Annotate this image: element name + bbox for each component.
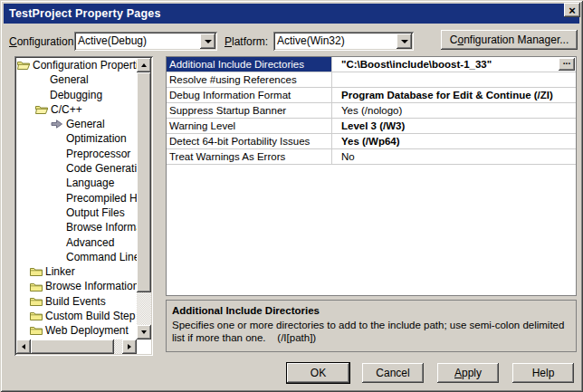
platform-value: Active(Win32)	[277, 34, 345, 47]
titlebar[interactable]: TestProject Property Pages	[4, 4, 579, 24]
tree-item-preprocessor[interactable]: Preprocessor	[16, 147, 137, 161]
tree-item-command-line[interactable]: Command Line	[16, 250, 137, 264]
property-label[interactable]: Treat Warnings As Errors	[167, 149, 332, 164]
property-pages-dialog: TestProject Property Pages × Configurati…	[0, 0, 583, 392]
property-label[interactable]: Suppress Startup Banner	[167, 103, 332, 118]
arrow-right-icon	[128, 344, 134, 349]
category-tree: Configuration Properties General Debuggi…	[14, 56, 153, 356]
configuration-combobox[interactable]: Active(Debug)	[74, 32, 217, 51]
tree-item-language[interactable]: Language	[16, 176, 137, 190]
property-value[interactable]: No	[332, 149, 576, 164]
arrow-up-icon	[141, 61, 147, 67]
folder-closed-icon	[30, 296, 43, 307]
selected-arrow-icon	[51, 119, 63, 129]
scroll-left-button[interactable]	[16, 339, 31, 354]
platform-label: Platform:	[225, 33, 268, 51]
apply-label: Apply	[454, 367, 482, 379]
tree-item-precompiled-headers[interactable]: Precompiled Headers	[16, 191, 137, 206]
tree-item-configuration-properties[interactable]: Configuration Properties	[16, 58, 137, 72]
tree-item-optimization[interactable]: Optimization	[16, 131, 137, 146]
configuration-dropdown-button[interactable]	[200, 33, 215, 49]
property-row-additional-include-directories: Additional Include Directories "C:\Boost…	[167, 57, 576, 72]
help-button[interactable]: Help	[512, 363, 574, 383]
property-row-suppress-startup-banner: Suppress Startup Banner Yes (/nologo)	[167, 103, 576, 119]
close-button[interactable]: ×	[564, 3, 580, 17]
property-label[interactable]: Debug Information Format	[167, 88, 332, 102]
chevron-down-icon	[401, 40, 408, 47]
tree-item-web-deployment[interactable]: Web Deployment	[16, 323, 137, 338]
property-grid: Additional Include Directories "C:\Boost…	[166, 56, 577, 296]
arrow-down-icon	[141, 330, 147, 337]
property-row-treat-warnings-as-errors: Treat Warnings As Errors No	[167, 149, 576, 165]
tree-item-linker[interactable]: Linker	[16, 264, 137, 279]
tree-item-code-generation[interactable]: Code Generation	[16, 161, 137, 176]
property-row-debug-information-format: Debug Information Format Program Databas…	[167, 88, 576, 103]
property-label[interactable]: Detect 64-bit Portability Issues	[167, 134, 332, 148]
configuration-manager-button[interactable]: Configuration Manager...	[441, 30, 578, 50]
folder-closed-icon	[30, 311, 43, 321]
property-value[interactable]: Yes (/Wp64)	[332, 134, 576, 148]
description-title: Additional Include Directories	[172, 304, 570, 317]
configuration-value: Active(Debug)	[78, 34, 147, 47]
horizontal-scroll-track[interactable]	[114, 339, 122, 354]
tree-item-custom-build-step[interactable]: Custom Build Step	[16, 309, 137, 323]
tree-horizontal-scrollbar[interactable]	[16, 339, 137, 354]
horizontal-scroll-thumb[interactable]	[31, 339, 114, 354]
tree-item-browse-information-folder[interactable]: Browse Information	[16, 279, 137, 293]
property-row-warning-level: Warning Level Level 3 (/W3)	[167, 119, 576, 134]
ok-button[interactable]: OK	[287, 363, 349, 383]
tree-item-output-files[interactable]: Output Files	[16, 206, 137, 220]
browse-button[interactable]: ...	[559, 58, 575, 71]
platform-combobox[interactable]: Active(Win32)	[273, 32, 414, 51]
property-value[interactable]: Program Database for Edit & Continue (/Z…	[332, 88, 576, 102]
tree-item-debugging[interactable]: Debugging	[16, 88, 137, 102]
property-value[interactable]	[332, 72, 576, 87]
cancel-button[interactable]: Cancel	[362, 363, 424, 383]
description-body: Specifies one or more directories to add…	[172, 319, 570, 344]
tree-item-general[interactable]: General	[16, 72, 137, 87]
platform-dropdown-button[interactable]	[397, 33, 412, 49]
tree-vertical-scrollbar[interactable]	[137, 58, 151, 339]
apply-button[interactable]: Apply	[437, 363, 499, 383]
description-panel: Additional Include Directories Specifies…	[166, 300, 577, 352]
folder-open-icon	[35, 104, 48, 115]
arrow-left-icon	[19, 344, 25, 349]
scroll-down-button[interactable]	[137, 325, 151, 339]
tree-item-cpp-general-selected[interactable]: General	[16, 117, 137, 131]
folder-closed-icon	[30, 266, 43, 277]
folder-open-icon	[17, 60, 30, 71]
property-value[interactable]: Yes (/nologo)	[332, 103, 576, 118]
folder-closed-icon	[30, 282, 43, 292]
tree-item-advanced[interactable]: Advanced	[16, 235, 137, 250]
configuration-manager-label: Configuration Manager...	[450, 33, 569, 46]
tree-items: Configuration Properties General Debuggi…	[16, 58, 137, 339]
tree-item-c-cpp[interactable]: C/C++	[16, 102, 137, 117]
vertical-scroll-track[interactable]	[137, 292, 151, 325]
property-label[interactable]: Warning Level	[167, 119, 332, 133]
property-label[interactable]: Resolve #using References	[167, 72, 332, 87]
vertical-scroll-thumb[interactable]	[137, 72, 151, 292]
property-value[interactable]: Level 3 (/W3)	[332, 119, 576, 133]
tree-item-build-events[interactable]: Build Events	[16, 294, 137, 309]
close-icon: ×	[569, 5, 576, 16]
property-value[interactable]: "C:\Boost\include\boost-1_33" ...	[332, 57, 576, 72]
scroll-up-button[interactable]	[137, 58, 151, 72]
window-title: TestProject Property Pages	[4, 7, 161, 20]
property-row-detect-64bit-portability: Detect 64-bit Portability Issues Yes (/W…	[167, 134, 576, 149]
tree-item-browse-information[interactable]: Browse Information	[16, 220, 137, 234]
scroll-right-button[interactable]	[122, 339, 137, 354]
chevron-down-icon	[205, 40, 212, 47]
property-label[interactable]: Additional Include Directories	[167, 57, 332, 72]
configuration-label: Configuration:	[9, 33, 77, 51]
folder-closed-icon	[30, 325, 43, 336]
property-row-resolve-using-references: Resolve #using References	[167, 72, 576, 88]
